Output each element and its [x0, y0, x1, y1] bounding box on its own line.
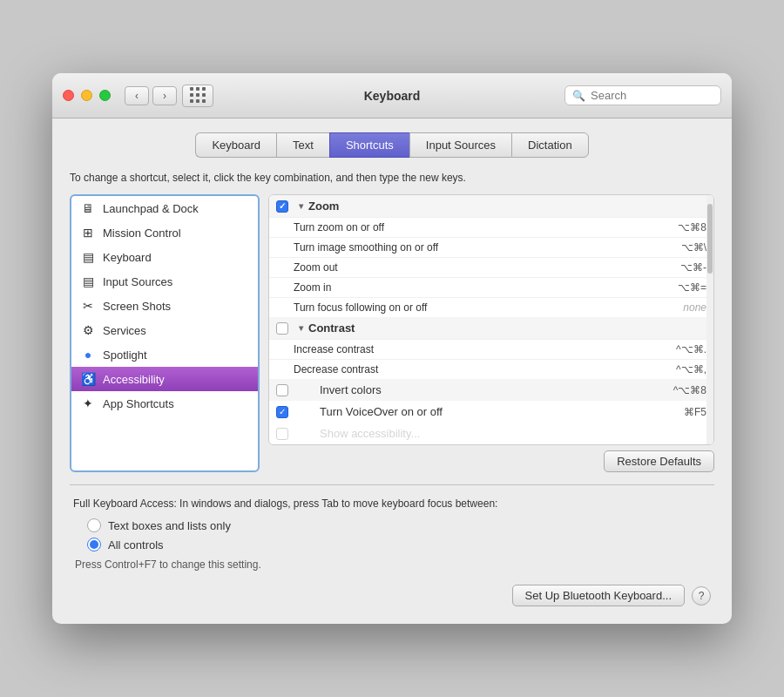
- title-bar: ‹ › Keyboard 🔍: [52, 73, 732, 118]
- sidebar-item-label: Input Sources: [103, 275, 172, 288]
- maximize-button[interactable]: [99, 90, 111, 101]
- shortcut-keys: ⌥⌘8: [678, 221, 706, 233]
- radio-text-boxes[interactable]: Text boxes and lists only: [87, 518, 711, 532]
- sidebar-item-input-sources[interactable]: ▤ Input Sources: [71, 269, 258, 294]
- full-keyboard-access-label: Full Keyboard Access: In windows and dia…: [73, 497, 711, 510]
- shortcut-label: Decrease contrast: [294, 363, 676, 376]
- sidebar-item-keyboard[interactable]: ▤ Keyboard: [71, 245, 258, 269]
- invert-colors-checkbox[interactable]: [276, 384, 288, 396]
- shortcut-label: Turn VoiceOver on or off: [320, 405, 679, 418]
- tab-text[interactable]: Text: [276, 132, 329, 158]
- shortcut-keys: ^⌥⌘.: [676, 343, 706, 355]
- search-bar[interactable]: 🔍: [564, 85, 721, 105]
- set-up-bluetooth-button[interactable]: Set Up Bluetooth Keyboard...: [512, 585, 685, 606]
- tab-shortcuts[interactable]: Shortcuts: [329, 132, 409, 158]
- contrast-group-header[interactable]: ▾ Contrast: [269, 317, 713, 339]
- voiceover-row[interactable]: ✓ Turn VoiceOver on or off ⌘F5: [269, 401, 713, 423]
- scrollbar-thumb[interactable]: [707, 204, 713, 274]
- sidebar-item-label: Screen Shots: [103, 300, 171, 313]
- sidebar-item-label: Spotlight: [103, 348, 147, 362]
- sidebar-item-spotlight[interactable]: ● Spotlight: [71, 342, 258, 367]
- voiceover-checkbox[interactable]: ✓: [276, 406, 288, 418]
- shortcut-row-focus-following[interactable]: Turn focus following on or off none: [269, 297, 713, 317]
- shortcut-label: Turn image smoothing on or off: [294, 241, 681, 254]
- zoom-toggle-icon[interactable]: ▾: [299, 201, 303, 211]
- spotlight-icon: ●: [80, 347, 96, 362]
- help-button[interactable]: ?: [692, 586, 711, 606]
- tab-input-sources[interactable]: Input Sources: [409, 132, 511, 158]
- shortcut-label: Zoom in: [294, 281, 678, 294]
- nav-buttons: ‹ ›: [125, 86, 177, 105]
- content-area: Keyboard Text Shortcuts Input Sources Di…: [52, 118, 732, 624]
- shortcut-label: Invert colors: [320, 383, 668, 396]
- shortcut-row-increase-contrast[interactable]: Increase contrast ^⌥⌘.: [269, 339, 713, 359]
- shortcut-label: Turn focus following on or off: [294, 301, 683, 314]
- launchpad-icon: 🖥: [80, 200, 96, 216]
- shortcut-row-zoom-out[interactable]: Zoom out ⌥⌘-: [269, 257, 713, 277]
- zoom-group-header[interactable]: ✓ ▾ Zoom: [269, 195, 713, 217]
- shortcut-keys: ⌥⌘=: [678, 281, 706, 294]
- traffic-lights: [63, 90, 111, 101]
- radio-all-controls[interactable]: All controls: [87, 538, 711, 552]
- radio-inner-all-controls: [90, 540, 98, 549]
- scrollbar-track: [706, 195, 713, 444]
- tab-bar: Keyboard Text Shortcuts Input Sources Di…: [70, 132, 714, 158]
- sidebar-item-launchpad[interactable]: 🖥 Launchpad & Dock: [71, 196, 258, 220]
- back-button[interactable]: ‹: [125, 86, 149, 105]
- tab-dictation[interactable]: Dictation: [511, 132, 589, 158]
- forward-button[interactable]: ›: [152, 86, 177, 105]
- search-icon: 🔍: [572, 90, 585, 102]
- shortcuts-list[interactable]: ✓ ▾ Zoom Turn zoom on or off ⌥⌘8 Turn im…: [268, 194, 714, 445]
- restore-defaults-button[interactable]: Restore Defaults: [604, 450, 714, 472]
- bottom-section: Full Keyboard Access: In windows and dia…: [70, 497, 714, 606]
- minimize-button[interactable]: [81, 90, 92, 101]
- separator: [70, 484, 714, 485]
- sidebar-item-app-shortcuts[interactable]: ✦ App Shortcuts: [71, 391, 258, 416]
- restore-defaults-row: Restore Defaults: [268, 450, 714, 472]
- keyboard-preferences-window: ‹ › Keyboard 🔍 Keyboard Text Shortcuts I…: [52, 73, 732, 624]
- shortcuts-panel: ✓ ▾ Zoom Turn zoom on or off ⌥⌘8 Turn im…: [268, 194, 714, 472]
- sidebar-item-accessibility[interactable]: ♿ Accessibility: [71, 367, 258, 391]
- sidebar-item-label: Services: [103, 324, 146, 337]
- main-panel: 🖥 Launchpad & Dock ⊞ Mission Control ▤ K…: [70, 194, 714, 472]
- sidebar-item-screen-shots[interactable]: ✂ Screen Shots: [71, 294, 258, 318]
- instruction-text: To change a shortcut, select it, click t…: [70, 172, 714, 184]
- radio-label-text-boxes: Text boxes and lists only: [108, 519, 231, 532]
- sidebar-item-services[interactable]: ⚙ Services: [71, 318, 258, 342]
- app-shortcuts-icon: ✦: [80, 396, 96, 411]
- radio-group: Text boxes and lists only All controls: [87, 518, 711, 552]
- partial-row: Show accessibility...: [269, 423, 713, 444]
- shortcut-keys: ^⌥⌘8: [673, 384, 706, 396]
- screen-shots-icon: ✂: [80, 298, 96, 314]
- shortcut-row-zoom-on-off[interactable]: Turn zoom on or off ⌥⌘8: [269, 217, 713, 237]
- accessibility-icon: ♿: [80, 371, 96, 387]
- contrast-toggle-icon[interactable]: ▾: [299, 323, 303, 333]
- close-button[interactable]: [63, 90, 74, 101]
- shortcut-label: Zoom out: [294, 261, 680, 274]
- tab-keyboard[interactable]: Keyboard: [195, 132, 276, 158]
- zoom-group-label: Zoom: [308, 200, 339, 213]
- sidebar-item-label: App Shortcuts: [103, 397, 174, 410]
- radio-circle-all-controls[interactable]: [87, 538, 101, 552]
- radio-label-all-controls: All controls: [108, 538, 164, 552]
- partial-checkbox: [276, 428, 288, 440]
- sidebar-item-label: Launchpad & Dock: [103, 202, 199, 215]
- shortcut-keys: ⌥⌘-: [680, 261, 706, 274]
- window-title: Keyboard: [364, 89, 421, 103]
- footer-row: Set Up Bluetooth Keyboard... ?: [73, 585, 711, 606]
- invert-colors-row[interactable]: Invert colors ^⌥⌘8: [269, 379, 713, 401]
- shortcut-row-image-smoothing[interactable]: Turn image smoothing on or off ⌥⌘\: [269, 237, 713, 257]
- search-input[interactable]: [591, 89, 713, 102]
- contrast-checkbox[interactable]: [276, 322, 288, 335]
- shortcut-row-zoom-in[interactable]: Zoom in ⌥⌘=: [269, 277, 713, 297]
- mission-control-icon: ⊞: [80, 225, 96, 240]
- radio-circle-text-boxes[interactable]: [87, 518, 101, 532]
- contrast-group-label: Contrast: [308, 321, 355, 335]
- sidebar-item-mission-control[interactable]: ⊞ Mission Control: [71, 220, 258, 245]
- shortcut-row-decrease-contrast[interactable]: Decrease contrast ^⌥⌘,: [269, 359, 713, 379]
- shortcut-label: Turn zoom on or off: [294, 221, 678, 233]
- zoom-checkbox[interactable]: ✓: [276, 200, 288, 213]
- shortcut-label: Increase contrast: [294, 343, 676, 355]
- grid-button[interactable]: [182, 85, 213, 107]
- sidebar-item-label: Accessibility: [103, 373, 165, 386]
